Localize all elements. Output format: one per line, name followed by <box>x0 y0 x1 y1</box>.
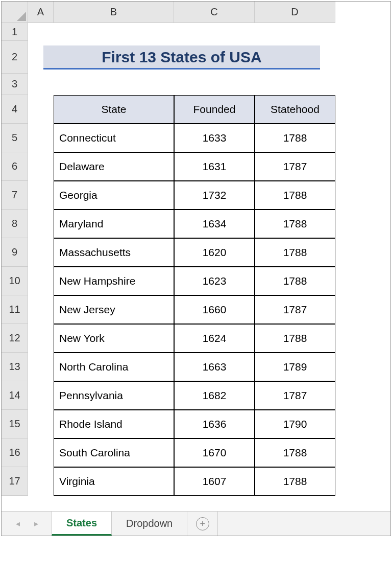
table-cell-statehood[interactable]: 1788 <box>255 267 335 295</box>
row-header-10[interactable]: 10 <box>2 267 28 295</box>
table-cell-state[interactable]: Connecticut <box>54 124 174 152</box>
table-cell-state[interactable]: Maryland <box>54 210 174 238</box>
table-cell-state[interactable]: Pennsylvania <box>54 381 174 410</box>
table-cell-statehood[interactable]: 1788 <box>255 324 335 353</box>
table-cell-statehood[interactable]: 1788 <box>255 238 335 267</box>
table-cell-state[interactable]: New York <box>54 324 174 353</box>
table-cell-state[interactable]: New Hampshire <box>54 267 174 295</box>
table-cell-statehood[interactable]: 1788 <box>255 438 335 467</box>
table-cell-state[interactable]: Rhode Island <box>54 410 174 438</box>
row-header-4[interactable]: 4 <box>2 95 28 124</box>
table-cell-founded[interactable]: 1623 <box>174 267 255 295</box>
page-title: First 13 States of USA <box>43 45 320 70</box>
table-cell-statehood[interactable]: 1787 <box>255 152 335 181</box>
row-header-14[interactable]: 14 <box>2 381 28 410</box>
row-header-11[interactable]: 11 <box>2 295 28 324</box>
select-all-corner[interactable] <box>2 2 28 23</box>
table-cell-state[interactable]: New Jersey <box>54 295 174 324</box>
cell-grid[interactable]: ABCD1234567891011121314151617First 13 St… <box>2 2 390 511</box>
table-cell-founded[interactable]: 1624 <box>174 324 255 353</box>
tab-states[interactable]: States <box>52 512 112 536</box>
table-cell-state[interactable]: North Carolina <box>54 353 174 381</box>
table-cell-statehood[interactable]: 1788 <box>255 181 335 210</box>
table-cell-founded[interactable]: 1663 <box>174 353 255 381</box>
table-cell-founded[interactable]: 1636 <box>174 410 255 438</box>
table-cell-state[interactable]: Georgia <box>54 181 174 210</box>
row-header-1[interactable]: 1 <box>2 23 28 41</box>
table-cell-state[interactable]: Virginia <box>54 467 174 496</box>
row-header-9[interactable]: 9 <box>2 238 28 267</box>
column-header-C[interactable]: C <box>174 2 255 23</box>
table-cell-founded[interactable]: 1631 <box>174 152 255 181</box>
table-cell-founded[interactable]: 1633 <box>174 124 255 152</box>
row-header-8[interactable]: 8 <box>2 210 28 238</box>
tab-nav-right-icon[interactable]: ▸ <box>34 519 38 528</box>
table-header-state[interactable]: State <box>54 95 174 124</box>
row-header-3[interactable]: 3 <box>2 74 28 95</box>
table-cell-state[interactable]: South Carolina <box>54 438 174 467</box>
row-header-16[interactable]: 16 <box>2 438 28 467</box>
table-cell-statehood[interactable]: 1788 <box>255 467 335 496</box>
column-header-A[interactable]: A <box>28 2 54 23</box>
table-header-founded[interactable]: Founded <box>174 95 255 124</box>
row-header-13[interactable]: 13 <box>2 353 28 381</box>
table-header-statehood[interactable]: Statehood <box>255 95 335 124</box>
table-cell-founded[interactable]: 1682 <box>174 381 255 410</box>
table-cell-founded[interactable]: 1660 <box>174 295 255 324</box>
table-cell-statehood[interactable]: 1790 <box>255 410 335 438</box>
title-cell[interactable]: First 13 States of USA <box>28 41 335 74</box>
table-cell-founded[interactable]: 1620 <box>174 238 255 267</box>
row-header-12[interactable]: 12 <box>2 324 28 353</box>
table-cell-statehood[interactable]: 1788 <box>255 124 335 152</box>
row-header-5[interactable]: 5 <box>2 124 28 152</box>
table-cell-statehood[interactable]: 1787 <box>255 295 335 324</box>
table-cell-founded[interactable]: 1634 <box>174 210 255 238</box>
row-header-6[interactable]: 6 <box>2 152 28 181</box>
plus-icon: + <box>196 517 209 530</box>
tab-dropdown[interactable]: Dropdown <box>112 512 187 536</box>
tab-nav-arrows[interactable]: ◂ ▸ <box>7 512 52 536</box>
table-cell-statehood[interactable]: 1788 <box>255 210 335 238</box>
spreadsheet-window: ABCD1234567891011121314151617First 13 St… <box>1 1 391 536</box>
table-cell-state[interactable]: Delaware <box>54 152 174 181</box>
tab-nav-left-icon[interactable]: ◂ <box>16 519 20 528</box>
row-header-15[interactable]: 15 <box>2 410 28 438</box>
column-header-D[interactable]: D <box>255 2 335 23</box>
table-cell-state[interactable]: Massachusetts <box>54 238 174 267</box>
table-cell-founded[interactable]: 1670 <box>174 438 255 467</box>
table-cell-founded[interactable]: 1607 <box>174 467 255 496</box>
table-cell-founded[interactable]: 1732 <box>174 181 255 210</box>
row-header-17[interactable]: 17 <box>2 467 28 496</box>
table-cell-statehood[interactable]: 1787 <box>255 381 335 410</box>
sheet-tab-bar: ◂ ▸ States Dropdown + <box>2 511 390 536</box>
new-sheet-button[interactable]: + <box>187 512 218 536</box>
column-header-B[interactable]: B <box>54 2 174 23</box>
row-header-7[interactable]: 7 <box>2 181 28 210</box>
table-cell-statehood[interactable]: 1789 <box>255 353 335 381</box>
row-header-2[interactable]: 2 <box>2 41 28 74</box>
